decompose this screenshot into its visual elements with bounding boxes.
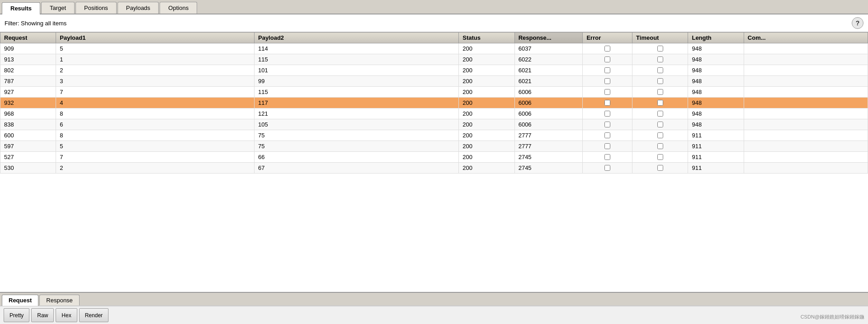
cell-length: 948 [688,108,744,119]
cell-timeout-checkbox[interactable] [657,154,663,160]
cell-comment [744,130,868,141]
cell-timeout-checkbox[interactable] [657,46,663,52]
cell-payload1: 2 [56,163,255,174]
cell-timeout-checkbox[interactable] [657,165,663,171]
cell-error [583,119,632,130]
cell-error-checkbox[interactable] [604,100,610,106]
cell-timeout [632,141,688,152]
col-header-request[interactable]: Request [0,33,56,43]
table-row[interactable]: 83861052006006948 [0,119,868,130]
cell-timeout-checkbox[interactable] [657,56,663,62]
tab-request[interactable]: Request [2,295,38,306]
table-wrapper[interactable]: Request Payload1 Payload2 Status Respons… [0,32,868,292]
table-row[interactable]: 5277662002745911 [0,152,868,163]
cell-response: 6006 [514,98,583,108]
cell-error-checkbox[interactable] [604,46,610,52]
tab-positions[interactable]: Positions [75,2,117,14]
cell-length: 911 [688,163,744,174]
cell-timeout-checkbox[interactable] [657,143,663,149]
cell-timeout-checkbox[interactable] [657,122,663,127]
cell-length: 948 [688,76,744,87]
cell-error-checkbox[interactable] [604,89,610,95]
cell-comment [744,163,868,174]
cell-payload1: 5 [56,141,255,152]
cell-comment [744,141,868,152]
cell-timeout-checkbox[interactable] [657,132,663,138]
cell-status: 200 [459,141,514,152]
tab-target[interactable]: Target [41,2,75,14]
cell-request: 527 [0,152,56,163]
render-button[interactable]: Render [79,308,108,322]
cell-status: 200 [459,65,514,76]
hex-button[interactable]: Hex [56,308,77,322]
cell-payload1: 8 [56,108,255,119]
cell-error-checkbox[interactable] [604,78,610,84]
table-row[interactable]: 5302672002745911 [0,163,868,174]
cell-error-checkbox[interactable] [604,122,610,127]
main-container: Results Target Positions Payloads Option… [0,0,868,324]
tab-payloads[interactable]: Payloads [118,2,159,14]
col-header-comment[interactable]: Com... [744,33,868,43]
table-row[interactable]: 5975752002777911 [0,141,868,152]
col-header-timeout[interactable]: Timeout [632,33,688,43]
col-header-error[interactable]: Error [583,33,632,43]
table-row[interactable]: 90951142006037948 [0,43,868,54]
cell-status: 200 [459,163,514,174]
tab-options[interactable]: Options [160,2,197,14]
cell-error-checkbox[interactable] [604,143,610,149]
cell-response: 6022 [514,54,583,65]
cell-error [583,108,632,119]
table-row[interactable]: 93241172006006948 [0,98,868,108]
pretty-button[interactable]: Pretty [4,308,29,322]
cell-status: 200 [459,130,514,141]
table-row[interactable]: 96881212006006948 [0,108,868,119]
col-header-length[interactable]: Length [688,33,744,43]
cell-length: 948 [688,87,744,98]
cell-timeout-checkbox[interactable] [657,100,663,106]
cell-timeout [632,87,688,98]
table-row[interactable]: 7873992006021948 [0,76,868,87]
cell-error-checkbox[interactable] [604,165,610,171]
top-tabs-bar: Results Target Positions Payloads Option… [0,0,868,14]
cell-response: 6006 [514,87,583,98]
cell-timeout-checkbox[interactable] [657,111,663,117]
cell-comment [744,43,868,54]
cell-error-checkbox[interactable] [604,67,610,73]
cell-comment [744,54,868,65]
filter-text: Filter: Showing all items [5,20,66,27]
cell-timeout [632,130,688,141]
cell-request: 927 [0,87,56,98]
col-header-payload1[interactable]: Payload1 [56,33,255,43]
table-row[interactable]: 6008752002777911 [0,130,868,141]
cell-timeout-checkbox[interactable] [657,89,663,95]
table-row[interactable]: 91311152006022948 [0,54,868,65]
cell-error [583,152,632,163]
cell-payload2: 75 [254,141,458,152]
col-header-response[interactable]: Response... [514,33,583,43]
cell-error-checkbox[interactable] [604,111,610,117]
cell-payload1: 7 [56,152,255,163]
cell-timeout-checkbox[interactable] [657,67,663,73]
cell-error-checkbox[interactable] [604,56,610,62]
cell-status: 200 [459,43,514,54]
cell-request: 600 [0,130,56,141]
cell-length: 911 [688,130,744,141]
raw-button[interactable]: Raw [31,308,54,322]
cell-timeout-checkbox[interactable] [657,78,663,84]
cell-payload2: 99 [254,76,458,87]
cell-error-checkbox[interactable] [604,154,610,160]
cell-comment [744,108,868,119]
col-header-payload2[interactable]: Payload2 [254,33,458,43]
cell-status: 200 [459,76,514,87]
cell-status: 200 [459,87,514,98]
table-row[interactable]: 92771152006006948 [0,87,868,98]
tab-results[interactable]: Results [2,2,40,14]
cell-request: 913 [0,54,56,65]
col-header-status[interactable]: Status [459,33,514,43]
cell-length: 911 [688,152,744,163]
help-button[interactable]: ? [852,17,863,29]
tab-response[interactable]: Response [39,295,80,305]
cell-request: 909 [0,43,56,54]
cell-error-checkbox[interactable] [604,132,610,138]
table-row[interactable]: 80221012006021948 [0,65,868,76]
